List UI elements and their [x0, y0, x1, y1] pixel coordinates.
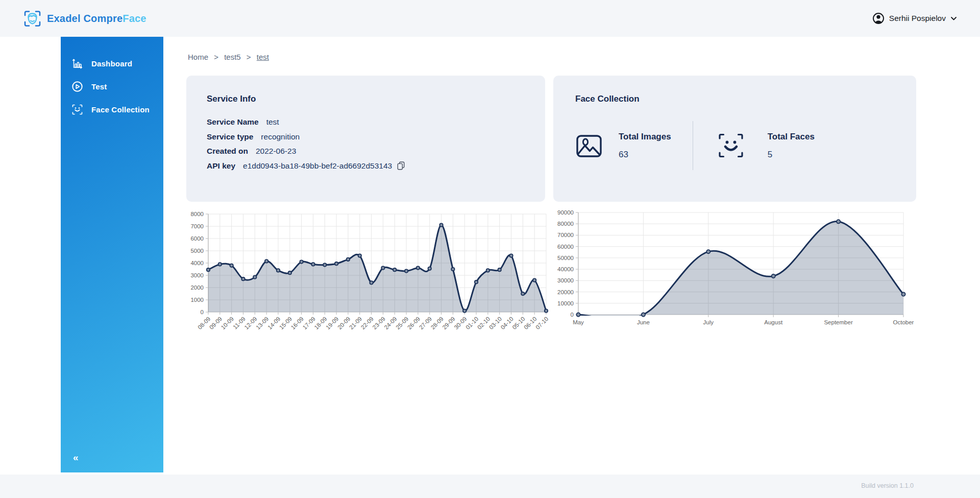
svg-text:07-10: 07-10	[534, 316, 549, 330]
svg-text:01-10: 01-10	[464, 316, 479, 330]
sidebar-item-dashboard[interactable]: Dashboard	[61, 52, 163, 75]
svg-text:20-09: 20-09	[336, 316, 351, 330]
svg-text:30000: 30000	[557, 277, 574, 283]
svg-text:25-09: 25-09	[395, 316, 409, 330]
svg-text:03-10: 03-10	[488, 316, 503, 330]
face-scan-icon	[717, 131, 745, 160]
total-faces-label: Total Faces	[768, 132, 815, 142]
breadcrumb-current[interactable]: test	[257, 53, 269, 61]
svg-text:80000: 80000	[557, 221, 574, 227]
svg-text:05-10: 05-10	[511, 316, 526, 330]
sidebar-nav: Dashboard Test	[61, 37, 163, 121]
stats-divider	[693, 121, 693, 170]
svg-text:22-09: 22-09	[360, 316, 375, 330]
service-name-row: Service Nametest	[207, 115, 525, 130]
service-info-card: Service Info Service Nametest Service ty…	[186, 76, 545, 202]
svg-text:11-09: 11-09	[232, 316, 247, 330]
face-scan-icon	[71, 104, 83, 115]
svg-text:27-09: 27-09	[418, 316, 433, 330]
svg-text:90000: 90000	[557, 209, 574, 216]
sidebar-item-label: Dashboard	[91, 59, 132, 68]
svg-text:0: 0	[571, 312, 574, 318]
service-type-label: Service type	[207, 132, 253, 141]
svg-text:3000: 3000	[190, 272, 204, 278]
svg-text:23-09: 23-09	[372, 316, 386, 330]
breadcrumb-separator: >	[214, 53, 218, 61]
svg-text:August: August	[764, 319, 783, 325]
svg-text:50000: 50000	[557, 255, 574, 261]
svg-text:28-09: 28-09	[430, 316, 445, 330]
total-images-value: 63	[619, 150, 671, 160]
svg-text:08-09: 08-09	[197, 316, 211, 330]
svg-text:21-09: 21-09	[348, 316, 363, 330]
total-images-label: Total Images	[619, 132, 671, 142]
compreface-logo-icon	[23, 9, 42, 28]
sidebar-collapse-button[interactable]: «	[69, 450, 83, 465]
svg-text:16-09: 16-09	[290, 316, 305, 330]
api-key-row: API keye1dd0943-ba18-49bb-bef2-ad6692d53…	[207, 159, 525, 175]
service-info-fields: Service Nametest Service typerecognition…	[207, 115, 525, 175]
svg-text:06-10: 06-10	[523, 316, 537, 330]
created-on-row: Created on2022-06-23	[207, 144, 525, 159]
total-faces-stat: Total Faces 5	[717, 131, 815, 160]
copy-api-key-button[interactable]	[397, 163, 405, 172]
brand-name: Exadel CompreFace	[47, 13, 146, 25]
service-type-row: Service typerecognition	[207, 130, 525, 145]
sidebar-item-face-collection[interactable]: Face Collection	[61, 98, 163, 121]
total-images-stat: Total Images 63	[575, 131, 671, 160]
sidebar-item-test[interactable]: Test	[61, 75, 163, 98]
svg-text:8000: 8000	[190, 211, 204, 217]
service-type-value: recognition	[261, 132, 300, 141]
svg-text:May: May	[573, 319, 584, 325]
api-key-value: e1dd0943-ba18-49bb-bef2-ad6692d53143	[243, 161, 392, 170]
image-icon	[575, 131, 603, 160]
svg-text:12-09: 12-09	[243, 316, 258, 330]
app-header: Exadel CompreFace Serhii Pospielov	[0, 0, 980, 37]
user-name: Serhii Pospielov	[889, 14, 946, 23]
svg-text:7000: 7000	[190, 223, 204, 229]
service-info-title: Service Info	[207, 94, 525, 104]
svg-text:20000: 20000	[557, 289, 574, 295]
svg-text:70000: 70000	[557, 232, 574, 238]
svg-text:09-09: 09-09	[208, 316, 223, 330]
svg-text:October: October	[893, 319, 914, 325]
svg-text:10-09: 10-09	[220, 316, 235, 330]
created-on-value: 2022-06-23	[256, 147, 296, 155]
user-avatar-icon	[872, 12, 885, 25]
svg-text:6000: 6000	[190, 235, 204, 242]
svg-text:17-09: 17-09	[302, 316, 316, 330]
svg-text:13-09: 13-09	[255, 316, 270, 330]
sidebar-item-label: Test	[91, 82, 107, 91]
breadcrumb: Home > test5 > test	[188, 53, 269, 61]
breadcrumb-home[interactable]: Home	[188, 53, 208, 61]
api-key-label: API key	[207, 161, 235, 170]
svg-text:60000: 60000	[557, 244, 574, 250]
svg-text:15-09: 15-09	[278, 316, 293, 330]
footer: Build version 1.1.0	[0, 475, 980, 498]
breadcrumb-test5[interactable]: test5	[224, 53, 241, 61]
svg-text:June: June	[637, 319, 650, 325]
daily-usage-chart: 01000200030004000500060007000800008-0909…	[168, 207, 556, 352]
face-collection-stats: Total Images 63	[575, 121, 894, 170]
play-circle-icon	[71, 81, 83, 92]
svg-text:04-10: 04-10	[500, 316, 514, 330]
svg-text:5000: 5000	[190, 248, 204, 254]
total-images-text: Total Images 63	[619, 132, 671, 160]
svg-text:02-10: 02-10	[476, 316, 491, 330]
sidebar: Dashboard Test	[61, 37, 163, 472]
service-name-value: test	[266, 117, 279, 126]
service-name-label: Service Name	[207, 117, 259, 126]
svg-text:2000: 2000	[190, 284, 204, 291]
total-faces-value: 5	[768, 150, 815, 160]
brand-primary: Exadel Compre	[47, 13, 122, 24]
bar-chart-icon	[71, 58, 83, 69]
face-collection-card: Face Collection Total Images 63	[553, 76, 916, 202]
monthly-usage-chart: 0100002000030000400005000060000700008000…	[551, 207, 924, 352]
svg-text:10000: 10000	[557, 300, 574, 306]
svg-text:July: July	[703, 319, 714, 325]
svg-text:0: 0	[201, 309, 204, 315]
svg-text:24-09: 24-09	[383, 316, 398, 330]
user-menu[interactable]: Serhii Pospielov	[872, 12, 957, 25]
chevron-down-icon	[950, 16, 957, 21]
svg-text:1000: 1000	[190, 297, 204, 303]
